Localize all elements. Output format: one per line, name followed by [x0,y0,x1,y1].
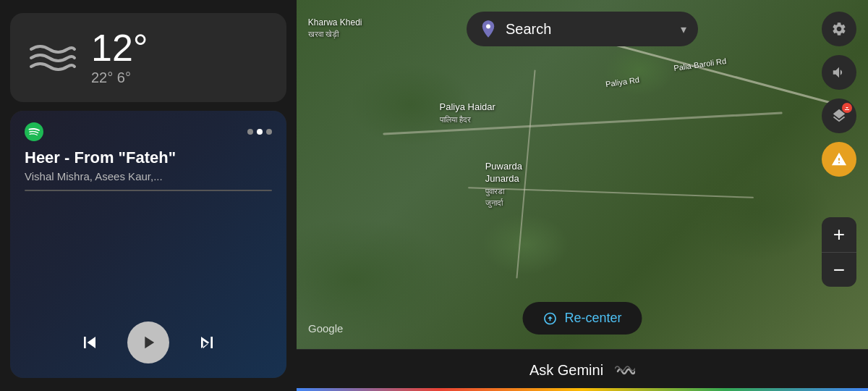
map-label-puwarda: PuwardaJunardaपुवारडाजुनार्दा [485,161,522,210]
spotify-icon [25,122,43,141]
weather-info: 12° 22° 6° [91,29,148,86]
map-satellite-view: Kharwa Khediखरवा खेड़ी Paliya Haidarपालि… [297,0,868,349]
dot-1 [247,129,253,135]
music-progress-bar[interactable] [25,190,272,191]
google-watermark: Google [308,322,343,335]
temperature-range: 22° 6° [91,70,148,86]
music-card: Heer - From "Fateh" Vishal Mishra, Asees… [10,111,286,378]
next-button[interactable] [195,331,218,354]
music-header [25,122,272,141]
dot-2 [257,129,263,135]
map-label-palia-baroli: Palia-Baroli Rd [673,56,728,73]
map-layers-button[interactable] [822,98,856,133]
music-controls [25,321,272,363]
music-dots [247,129,272,135]
chevron-down-icon: ▾ [681,22,686,36]
weather-icon [27,39,78,77]
map-zoom-out-button[interactable]: − [822,252,856,287]
play-pause-button[interactable] [127,321,169,363]
ask-gemini-text[interactable]: Ask Gemini [529,362,603,379]
current-temperature: 12° [91,29,148,67]
svg-point-1 [486,25,490,29]
prev-button[interactable] [78,331,101,354]
recenter-text: Re-center [564,311,621,326]
map-label-kharwa: Kharwa Khediखरवा खेड़ी [308,17,362,40]
music-content: Heer - From "Fateh" Vishal Mishra, Asees… [25,122,272,363]
map-settings-button[interactable] [822,12,856,46]
map-label-paliya-rd: Paliya Rd [605,75,640,90]
gemini-waves-icon [615,358,635,383]
map-area: Kharwa Khediखरवा खेड़ी Paliya Haidarपालि… [297,0,868,349]
map-road-diagonal [587,36,835,105]
map-warning-button[interactable] [822,142,856,177]
left-panel: 12° 22° 6° Heer - From "Fateh" Visha [0,0,297,391]
map-label-paliya-haidar: Paliya Haidarपालिया हैदर [440,101,495,126]
google-maps-icon [478,19,498,39]
map-search-bar[interactable]: Search ▾ [467,12,698,46]
layers-badge [842,103,852,113]
music-title: Heer - From "Fateh" [25,148,272,167]
recenter-button[interactable]: Re-center [522,302,642,335]
search-text: Search [506,21,673,38]
bottom-bar: Ask Gemini [297,349,868,391]
map-zoom-in-button[interactable]: + [822,217,856,252]
map-sound-button[interactable] [822,55,856,90]
weather-card: 12° 22° 6° [10,13,286,102]
dot-3 [266,129,272,135]
music-artist: Vishal Mishra, Asees Kaur,... [25,170,272,182]
bottom-gradient-bar [297,388,868,391]
